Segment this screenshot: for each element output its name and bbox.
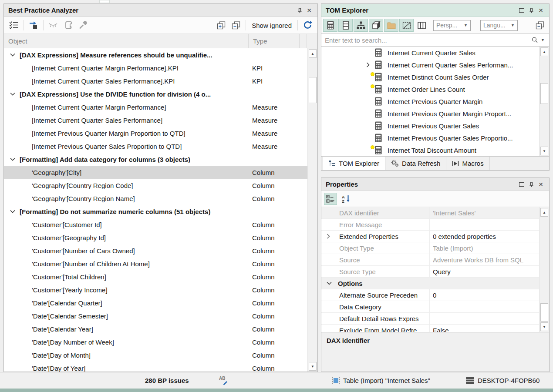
bp-issues-status[interactable]: 280 BP issues	[145, 372, 189, 389]
bpa-object-row[interactable]: 'Customer'[Geography Id] Column	[4, 231, 307, 244]
bpa-object-row[interactable]: 'Customer'[Number of Cars Owned] Column	[4, 244, 307, 257]
fix-screwdriver-icon[interactable]	[76, 19, 89, 32]
refresh-button[interactable]	[301, 19, 314, 32]
bpa-object-row[interactable]: [Internet Current Quarter Sales Performa…	[4, 114, 307, 127]
bpa-object-row[interactable]: [Internet Current Quarter Margin Perform…	[4, 61, 307, 74]
script-scroll-icon[interactable]	[61, 19, 74, 32]
sort-alphabetical-button[interactable]: A Z	[340, 193, 353, 205]
chevron-down-icon[interactable]	[10, 157, 15, 161]
tom-tree-row[interactable]: Internet Distinct Count Sales Order	[321, 71, 539, 83]
properties-vertical-scrollbar[interactable]: ▲ ▼	[539, 207, 549, 332]
close-icon[interactable]: ✕	[536, 180, 546, 189]
property-row[interactable]: Data Category	[321, 301, 539, 313]
expand-chevron-icon[interactable]	[366, 62, 370, 67]
bpa-object-row[interactable]: 'Geography'[Country Region Name] Column	[4, 192, 307, 205]
search-input[interactable]	[324, 36, 529, 44]
property-row[interactable]: Object Type Table (Import)	[321, 242, 539, 254]
selected-object-status[interactable]: Table (Import) "Internet Sales"	[332, 372, 430, 389]
property-value[interactable]: Adventure Works DB from SQL	[433, 256, 538, 264]
scroll-up-button[interactable]: ▲	[540, 208, 548, 217]
tom-tree-row[interactable]: Internet Previous Quarter Margin	[321, 95, 539, 107]
bpa-group-row[interactable]: [Formatting] Add data category for colum…	[4, 153, 307, 166]
bpa-object-row[interactable]: [Internet Previous Quarter Margin Propor…	[4, 127, 307, 140]
scroll-down-button[interactable]: ▼	[540, 322, 548, 331]
bpa-object-row[interactable]: 'Geography'[Country Region Code] Column	[4, 179, 307, 192]
collapse-all-button[interactable]	[533, 19, 546, 32]
bpa-group-row[interactable]: [DAX Expressions] Measure references sho…	[4, 48, 307, 61]
rename-spellcheck-icon[interactable]: AB	[219, 372, 229, 389]
server-status[interactable]: DESKTOP-4FOPB60	[466, 372, 540, 389]
column-header-type[interactable]: Type	[249, 34, 300, 48]
property-row[interactable]: Extended Properties 0 extended propertie…	[321, 231, 539, 242]
bpa-object-row[interactable]: 'Date'[Day of Month] Column	[4, 348, 307, 362]
bpa-object-row[interactable]: 'Date'[Calendar Year] Column	[4, 322, 307, 335]
show-columns-button[interactable]	[415, 19, 429, 32]
chevron-down-icon[interactable]	[10, 92, 15, 96]
tab-data-refresh[interactable]: Data Refresh	[385, 157, 446, 170]
show-folders-button[interactable]	[384, 19, 398, 32]
show-ignored-button[interactable]: Show ignored	[248, 22, 295, 29]
scroll-thumb[interactable]	[540, 303, 548, 322]
scroll-up-button[interactable]: ▲	[309, 49, 317, 58]
tom-tree-row[interactable]: Internet Current Quarter Sales Performan…	[321, 59, 539, 71]
property-row[interactable]: DAX identifier 'Internet Sales'	[321, 207, 539, 219]
bpa-object-row[interactable]: 'Date'[Calendar Quarter] Column	[4, 296, 307, 309]
chevron-down-icon[interactable]	[327, 281, 332, 285]
bpa-vertical-scrollbar[interactable]: ▲ ▼	[307, 48, 317, 372]
tab-macros[interactable]: Macros	[446, 157, 489, 170]
chevron-down-icon[interactable]	[10, 53, 15, 57]
tom-tree-row[interactable]: Internet Previous Quarter Margin Proport…	[321, 107, 539, 120]
column-header-object[interactable]: Object	[4, 34, 249, 48]
expand-chevron-icon[interactable]	[327, 234, 330, 239]
language-select[interactable]: Langu... ▼	[480, 20, 518, 31]
search-options-chevron-icon[interactable]: ▼	[541, 38, 545, 42]
bpa-object-row[interactable]: 'Customer'[Number of Children At Home] C…	[4, 257, 307, 270]
tom-tree-row[interactable]: Internet Order Lines Count	[321, 83, 539, 95]
pin-icon[interactable]	[295, 6, 304, 15]
property-category-row[interactable]: Options	[321, 278, 539, 289]
bpa-object-row[interactable]: 'Customer'[Yearly Income] Column	[4, 283, 307, 296]
bpa-object-row[interactable]: 'Customer'[Total Children] Column	[4, 270, 307, 283]
collapse-all-button[interactable]	[229, 19, 243, 32]
property-value[interactable]: 0 extended properties	[433, 233, 538, 240]
chevron-down-icon[interactable]	[10, 210, 15, 213]
bpa-object-row[interactable]: 'Date'[Day of Year] Column	[4, 362, 307, 372]
scroll-down-button[interactable]: ▼	[309, 362, 317, 371]
pin-icon[interactable]	[526, 180, 536, 189]
bpa-group-row[interactable]: [Formatting] Do not summarize numeric co…	[4, 205, 307, 218]
property-row[interactable]: Source Adventure Works DB from SQL	[321, 254, 539, 266]
search-icon[interactable]	[531, 37, 538, 44]
bpa-object-row[interactable]: [Internet Current Quarter Sales Performa…	[4, 74, 307, 87]
tom-tree-row[interactable]: Internet Current Quarter Sales	[321, 47, 539, 59]
show-hidden-objects-button[interactable]	[399, 19, 414, 32]
maximize-icon[interactable]	[517, 180, 526, 189]
scroll-down-button[interactable]: ▼	[540, 147, 548, 155]
perspective-select[interactable]: Persp... ▼	[433, 20, 471, 31]
show-tables-button[interactable]	[338, 19, 353, 32]
property-value[interactable]: False	[433, 327, 538, 332]
property-value[interactable]: 'Internet Sales'	[433, 209, 538, 217]
property-value[interactable]: 0	[433, 291, 538, 299]
property-row[interactable]: Exclude From Model Refre False	[321, 325, 539, 332]
bpa-object-row[interactable]: 'Customer'[Customer Id] Column	[4, 218, 307, 231]
pin-icon[interactable]	[526, 6, 536, 15]
bpa-group-row[interactable]: [DAX Expressions] Use the DIVIDE functio…	[4, 87, 307, 101]
property-row[interactable]: Default Detail Rows Expres	[321, 313, 539, 325]
property-value[interactable]: Table (Import)	[433, 245, 538, 252]
close-icon[interactable]: ✕	[304, 6, 314, 15]
tom-tree-row[interactable]: Internet Previous Quarter Sales	[321, 120, 539, 132]
maximize-icon[interactable]	[517, 6, 526, 15]
tom-vertical-scrollbar[interactable]: ▲ ▼	[539, 47, 549, 156]
scroll-thumb[interactable]	[309, 77, 317, 103]
goto-object-button[interactable]	[27, 19, 40, 32]
property-row[interactable]: Alternate Source Preceden 0	[321, 289, 539, 301]
property-row[interactable]: Error Message	[321, 219, 539, 231]
show-partitions-button[interactable]	[369, 19, 383, 32]
ignore-item-eye-icon[interactable]	[47, 19, 60, 32]
show-measures-button[interactable]	[323, 19, 337, 32]
bpa-object-row[interactable]: 'Date'[Day Number of Week] Column	[4, 335, 307, 348]
tom-tree-row[interactable]: Internet Total Discount Amount	[321, 144, 539, 156]
bpa-object-row[interactable]: 'Geography'[City] Column	[4, 166, 307, 179]
property-value[interactable]: Query	[433, 268, 538, 275]
show-hierarchies-button[interactable]	[354, 19, 368, 32]
